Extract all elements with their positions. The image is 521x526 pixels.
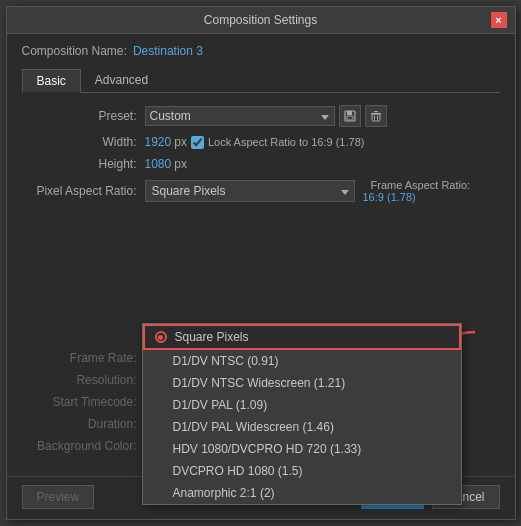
par-option-square-pixels[interactable]: Square Pixels bbox=[143, 324, 461, 350]
resolution-label: Resolution: bbox=[22, 373, 137, 387]
svg-rect-4 bbox=[374, 111, 378, 112]
bg-color-label: Background Color: bbox=[22, 439, 137, 453]
width-value: 1920 bbox=[145, 135, 172, 149]
par-option-label: HDV 1080/DVCPRO HD 720 (1.33) bbox=[173, 442, 362, 456]
width-row: Width: 1920 px Lock Aspect Ratio to 16:9… bbox=[22, 135, 500, 149]
par-option-ntsc[interactable]: D1/DV NTSC (0.91) bbox=[143, 350, 461, 372]
svg-rect-2 bbox=[347, 116, 353, 120]
comp-name-value: Destination 3 bbox=[133, 44, 203, 58]
height-unit: px bbox=[174, 157, 187, 171]
pixel-aspect-label: Pixel Aspect Ratio: bbox=[22, 184, 137, 198]
delete-preset-button[interactable] bbox=[365, 105, 387, 127]
par-option-anamorphic[interactable]: Anamorphic 2:1 (2) bbox=[143, 482, 461, 504]
comp-name-row: Composition Name: Destination 3 bbox=[22, 44, 500, 58]
dialog-title: Composition Settings bbox=[31, 13, 491, 27]
radio-dot-icon bbox=[155, 331, 167, 343]
frame-aspect-label: Frame Aspect Ratio: bbox=[371, 179, 471, 191]
title-bar: Composition Settings × bbox=[7, 7, 515, 34]
par-option-ntsc-wide[interactable]: D1/DV NTSC Widescreen (1.21) bbox=[143, 372, 461, 394]
lock-aspect-text: Lock Aspect Ratio to 16:9 (1.78) bbox=[208, 136, 365, 148]
svg-rect-1 bbox=[347, 111, 352, 115]
width-label: Width: bbox=[22, 135, 137, 149]
tab-basic[interactable]: Basic bbox=[22, 69, 81, 93]
save-preset-button[interactable] bbox=[339, 105, 361, 127]
tab-advanced[interactable]: Advanced bbox=[81, 68, 162, 92]
dialog-content: Preset: Custom bbox=[22, 105, 500, 453]
height-value: 1080 bbox=[145, 157, 172, 171]
preset-label: Preset: bbox=[22, 109, 137, 123]
close-button[interactable]: × bbox=[491, 12, 507, 28]
par-option-label: D1/DV NTSC (0.91) bbox=[173, 354, 279, 368]
frame-aspect-value: 16:9 (1.78) bbox=[363, 191, 471, 203]
preset-row: Preset: Custom bbox=[22, 105, 500, 127]
par-option-label: DVCPRO HD 1080 (1.5) bbox=[173, 464, 303, 478]
lock-aspect-checkbox[interactable] bbox=[191, 136, 204, 149]
comp-name-label: Composition Name: bbox=[22, 44, 127, 58]
preview-button[interactable]: Preview bbox=[22, 485, 95, 509]
par-option-pal[interactable]: D1/DV PAL (1.09) bbox=[143, 394, 461, 416]
par-select[interactable]: Square Pixels bbox=[145, 180, 355, 202]
par-select-wrapper: Square Pixels bbox=[145, 180, 355, 202]
dialog-body: Composition Name: Destination 3 Basic Ad… bbox=[7, 34, 515, 471]
duration-label: Duration: bbox=[22, 417, 137, 431]
par-option-label: D1/DV NTSC Widescreen (1.21) bbox=[173, 376, 346, 390]
par-option-label: Anamorphic 2:1 (2) bbox=[173, 486, 275, 500]
lock-row: Lock Aspect Ratio to 16:9 (1.78) bbox=[191, 136, 365, 149]
width-unit: px bbox=[174, 135, 187, 149]
preset-select-wrapper: Custom bbox=[145, 106, 335, 126]
par-option-label: D1/DV PAL Widescreen (1.46) bbox=[173, 420, 334, 434]
par-option-label: D1/DV PAL (1.09) bbox=[173, 398, 268, 412]
height-row: Height: 1080 px bbox=[22, 157, 500, 171]
preset-select[interactable]: Custom bbox=[145, 106, 335, 126]
height-label: Height: bbox=[22, 157, 137, 171]
svg-rect-5 bbox=[372, 114, 380, 121]
pixel-aspect-row: Pixel Aspect Ratio: Square Pixels Frame … bbox=[22, 179, 500, 203]
par-dropdown-overlay: Square Pixels D1/DV NTSC (0.91) D1/DV NT… bbox=[142, 323, 462, 505]
composition-settings-dialog: Composition Settings × Composition Name:… bbox=[6, 6, 516, 520]
frame-aspect-container: Frame Aspect Ratio: 16:9 (1.78) bbox=[363, 179, 471, 203]
start-timecode-label: Start Timecode: bbox=[22, 395, 137, 409]
frame-rate-label: Frame Rate: bbox=[22, 351, 137, 365]
par-option-dvcpro[interactable]: DVCPRO HD 1080 (1.5) bbox=[143, 460, 461, 482]
par-option-pal-wide[interactable]: D1/DV PAL Widescreen (1.46) bbox=[143, 416, 461, 438]
par-option-hdv[interactable]: HDV 1080/DVCPRO HD 720 (1.33) bbox=[143, 438, 461, 460]
tabs: Basic Advanced bbox=[22, 68, 500, 93]
par-option-label: Square Pixels bbox=[175, 330, 249, 344]
preset-controls: Custom bbox=[145, 105, 387, 127]
